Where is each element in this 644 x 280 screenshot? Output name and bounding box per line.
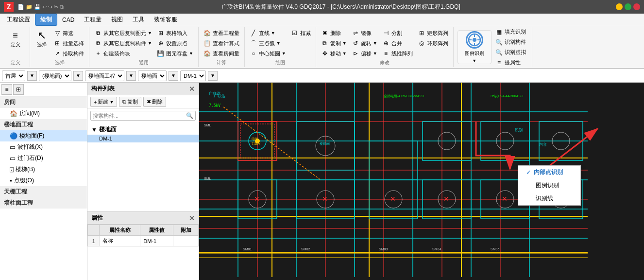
create-decor-button[interactable]: + 创建装饰块 <box>92 49 154 58</box>
svg-text:SM02: SM02 <box>301 247 310 251</box>
rect-array-button[interactable]: ⊞ 矩形阵列 <box>416 28 450 38</box>
room-m-label: 房间(M) <box>19 109 40 118</box>
sidebar-item-wave-x[interactable]: ▭ 波打线(X) <box>0 141 87 153</box>
layer-expand-btn[interactable]: ▼ <box>27 71 37 81</box>
comp-tree-expand-icon: ▼ <box>91 126 97 133</box>
svg-point-1 <box>473 38 476 42</box>
batch-select-button[interactable]: ⊞ 批量选择 <box>51 38 86 48</box>
attribute-icon: ≡ <box>495 59 503 67</box>
ribbon-group-modify-content: ✖ 删除 ⧉ 复制 ▼ ✥ 移动 ▼ ⇌ 镜像 <box>319 28 450 58</box>
copy-comp-button[interactable]: ⧉ 从其它层复制构件 ▼ <box>92 38 154 48</box>
element-disk-button[interactable]: 💾 图元存盘 ▼ <box>155 49 195 58</box>
set-origin-button[interactable]: ⊕ 设置原点 <box>155 38 195 48</box>
define-button[interactable]: ≡ 定义 <box>7 28 24 57</box>
floor-type-select[interactable]: (楼地面) <box>39 70 71 81</box>
menu-cad[interactable]: CAD <box>57 15 79 25</box>
sidebar-item-threshold-d[interactable]: ▭ 过门石(D) <box>0 153 87 164</box>
cad-drawing-area[interactable]: 7.5kV 全部电缆-4.05-CBLVV-P23 35以15.4-44-200… <box>199 83 644 280</box>
offset-button[interactable]: ⊳ 偏移 ▼ <box>350 49 379 58</box>
comp-list-close-btn[interactable]: ✕ <box>189 85 195 93</box>
wall-column-eng-label: 墙柱面工程 <box>4 199 33 207</box>
code-expand-btn[interactable]: ▼ <box>208 71 218 81</box>
comp-delete-button[interactable]: ✖ 删除 <box>143 97 166 107</box>
identify-virtual-button[interactable]: 🔍 识别虚拟 <box>493 48 528 57</box>
delete-button[interactable]: ✖ 删除 <box>319 28 349 38</box>
straight-button[interactable]: ╱ 直线 ▼ <box>248 28 288 38</box>
sidebar: ≡ ⊞ 房间 🏠 房间(M) 楼地面工程 🔵 楼地面(F) ▭ 波打线(X) ▭… <box>0 83 87 280</box>
title-bar: Z 📄 📁 💾 ↩ ↪ ✂ ⧉ 广联达BIM装饰算量软件 V4.0 GDQ201… <box>0 0 644 14</box>
icon-recognize-button[interactable]: 图例识别 ▼ <box>458 30 491 64</box>
view-qty-button[interactable]: 🏠 查看工程量 <box>202 28 241 38</box>
attr-row-1-extra <box>173 236 199 246</box>
sidebar-item-room-m[interactable]: 🏠 房间(M) <box>0 108 87 119</box>
ribbon-group-common: ⧉ 从其它层复制图元 ▼ ⧉ 从其它层复制构件 ▼ + 创建装饰块 ⊞ 表格输入 <box>89 27 199 67</box>
identify-comp-button[interactable]: 🔍 识别构件 <box>493 37 528 47</box>
view-formula-button[interactable]: 📋 查看计算式 <box>202 38 241 48</box>
deduct-button[interactable]: ☑ 扣减 <box>289 28 313 38</box>
sidebar-item-dots-o[interactable]: ▪ 点缀(O) <box>0 175 87 186</box>
menu-view[interactable]: 视图 <box>106 14 128 25</box>
view-room-qty-button[interactable]: 🏠 查看房间量 <box>202 49 241 58</box>
sidebar-grid-view-btn[interactable]: ⊞ <box>13 84 24 95</box>
circle-array-button[interactable]: ◎ 环形阵列 <box>416 38 450 48</box>
quick-access: 📄 📁 💾 ↩ ↪ ✂ ⧉ <box>17 4 64 10</box>
layer-select[interactable]: 首层 <box>2 70 25 81</box>
minimize-button[interactable] <box>616 3 623 10</box>
sidebar-item-room[interactable]: 房间 <box>0 97 87 108</box>
copy-layer-button[interactable]: ⧉ 从其它层复制图元 ▼ <box>92 28 154 38</box>
comp-new-button[interactable]: + 新建 ▼ <box>90 97 117 107</box>
fill-recognize-button[interactable]: ▦ 填充识别 <box>493 27 528 37</box>
sidebar-item-floor-f[interactable]: 🔵 楼地面(F) <box>0 130 87 141</box>
menu-quantity[interactable]: 工程量 <box>79 14 106 25</box>
close-button[interactable] <box>633 3 640 10</box>
comp-copy-label: 复制 <box>127 98 138 105</box>
maximize-button[interactable] <box>625 3 631 10</box>
dots-o-icon: ▪ <box>10 177 12 184</box>
split-button[interactable]: ⊣ 分割 <box>380 28 415 38</box>
svg-text:楼梯间: 楼梯间 <box>320 142 330 146</box>
comp-tree-dm1[interactable]: DM-1 <box>87 135 199 142</box>
dropdown-item-icon-recognize[interactable]: 图例识别 <box>518 179 580 192</box>
pick-component-button[interactable]: ↗ 拾取构件 <box>51 49 86 58</box>
comp-copy-button[interactable]: ⧉ 复制 <box>119 97 141 107</box>
menu-draw[interactable]: 绘制 <box>35 14 57 26</box>
mirror-button[interactable]: ⇌ 镜像 <box>350 28 379 38</box>
merge-button[interactable]: ⊕ 合并 <box>380 38 415 48</box>
menu-tools[interactable]: 工具 <box>128 14 149 25</box>
sidebar-item-stairs-b[interactable]: ⌺ 楼梯(B) <box>0 164 87 175</box>
center-circle-button[interactable]: ○ 中心矩圆 ▼ <box>248 49 288 58</box>
code-select[interactable]: DM-1 <box>180 70 206 81</box>
menu-project-settings[interactable]: 工程设置 <box>2 14 35 25</box>
type-expand-btn[interactable]: ▼ <box>169 71 178 81</box>
table-input-button[interactable]: ⊞ 表格输入 <box>155 28 195 38</box>
move-button[interactable]: ✥ 移动 ▼ <box>319 49 349 58</box>
project-type-expand-btn[interactable]: ▼ <box>126 71 136 81</box>
sidebar-list-view-btn[interactable]: ≡ <box>1 84 12 95</box>
floor-type-expand-btn[interactable]: ▼ <box>73 71 83 81</box>
copy-modify-button[interactable]: ⧉ 复制 ▼ <box>319 38 349 48</box>
project-type-select[interactable]: 楼地面工程 <box>85 70 124 81</box>
sidebar-item-canopy-eng[interactable]: 天棚工程 <box>0 186 87 197</box>
comp-search-input[interactable] <box>93 113 186 119</box>
sidebar-item-wall-column-eng[interactable]: 墙柱面工程 <box>0 197 87 209</box>
attr-panel-close-btn[interactable]: ✕ <box>189 214 195 222</box>
menu-decor-service[interactable]: 装饰客服 <box>149 14 182 25</box>
line-array-button[interactable]: ≡ 线性阵列 <box>380 49 415 58</box>
attribute-button[interactable]: ≡ 提属性 <box>493 58 528 68</box>
ribbon-group-select-content: ↖ 选择 ▽ 筛选 ⊞ 批量选择 ↗ 拾取构件 <box>33 28 86 58</box>
attr-row-1-value[interactable]: DM-1 <box>140 236 173 246</box>
type-select[interactable]: 楼地面 <box>138 70 167 81</box>
sidebar-item-floor-eng[interactable]: 楼地面工程 <box>0 119 87 130</box>
rotate-icon: ↺ <box>352 39 359 47</box>
rotate-button[interactable]: ↺ 旋转 ▼ <box>350 38 379 48</box>
three-arc-button[interactable]: ⌒ 三点弧 ▼ <box>248 38 288 48</box>
svg-text:✕: ✕ <box>322 195 328 203</box>
dropdown-item-identify-line[interactable]: 识别线 <box>518 192 580 205</box>
dropdown-item-interior-point[interactable]: ✓ 内部点识别 <box>518 166 580 179</box>
select-button[interactable]: ↖ 选择 <box>33 28 51 57</box>
svg-text:SM05: SM05 <box>491 247 499 251</box>
filter-button[interactable]: ▽ 筛选 <box>51 28 86 38</box>
batch-icon: ⊞ <box>53 39 61 47</box>
common-col2: ⊞ 表格输入 ⊕ 设置原点 💾 图元存盘 ▼ <box>155 28 195 58</box>
comp-search-icon: 🔍 <box>186 112 193 119</box>
